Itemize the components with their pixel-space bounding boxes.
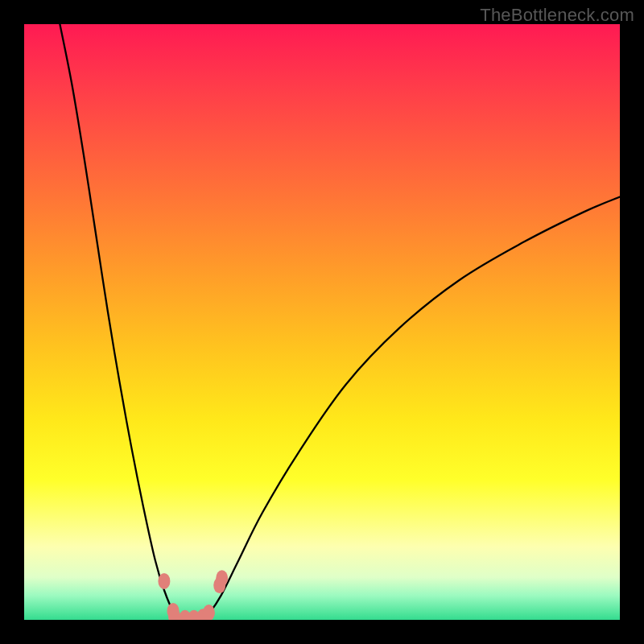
watermark-text: TheBottleneck.com	[480, 5, 634, 26]
chart-svg	[24, 24, 620, 620]
sample-point-markers	[158, 570, 228, 620]
curve-right	[203, 197, 620, 620]
chart-frame: TheBottleneck.com	[0, 0, 644, 644]
plot-area	[24, 24, 620, 620]
sample-point	[216, 570, 228, 586]
sample-point	[158, 573, 170, 589]
curve-left	[60, 24, 184, 620]
